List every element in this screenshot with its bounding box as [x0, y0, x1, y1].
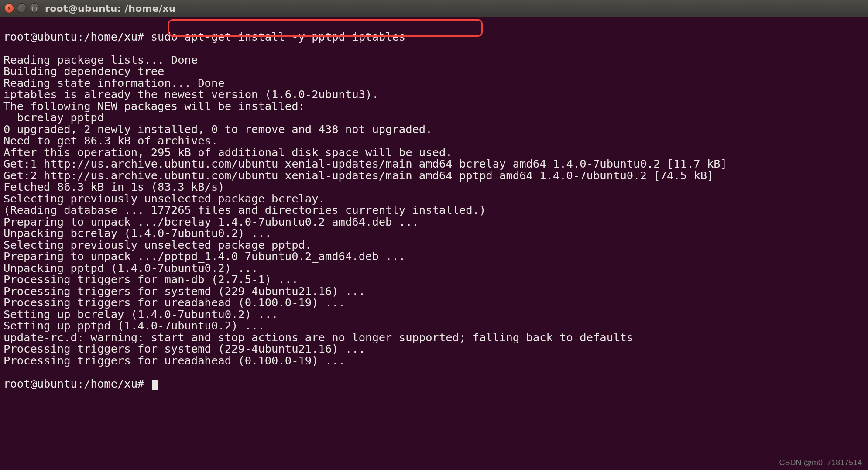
command-text: sudo apt-get install -y pptpd iptables	[151, 30, 405, 43]
terminal-line: (Reading database ... 177265 files and d…	[3, 204, 865, 216]
terminal-body[interactable]: root@ubuntu:/home/xu# sudo apt-get insta…	[0, 17, 868, 470]
terminal-line: The following NEW packages will be insta…	[3, 100, 865, 112]
terminal-line: Processing triggers for systemd (229-4ub…	[3, 285, 865, 297]
terminal-line: iptables is already the newest version (…	[3, 89, 865, 100]
terminal-line: Reading package lists... Done	[3, 54, 865, 66]
maximize-icon[interactable]: ▢	[30, 3, 39, 13]
watermark-text: CSDN @m0_71817514	[779, 458, 862, 467]
terminal-line: After this operation, 295 kB of addition…	[3, 147, 865, 158]
terminal-line: root@ubuntu:/home/xu# sudo apt-get insta…	[3, 31, 865, 43]
titlebar[interactable]: ✕ – ▢ root@ubuntu: /home/xu	[0, 0, 868, 17]
terminal-line: update-rc.d: warning: start and stop act…	[3, 332, 865, 343]
terminal-line: Selecting previously unselected package …	[3, 193, 865, 205]
terminal-line: Get:2 http://us.archive.ubuntu.com/ubunt…	[3, 170, 865, 182]
terminal-line: Setting up bcrelay (1.4.0-7ubuntu0.2) ..…	[3, 309, 865, 320]
terminal-line: Processing triggers for man-db (2.7.5-1)…	[3, 274, 865, 285]
cursor-icon	[152, 380, 158, 390]
terminal-window: ✕ – ▢ root@ubuntu: /home/xu root@ubuntu:…	[0, 0, 868, 470]
terminal-line: Fetched 86.3 kB in 1s (83.3 kB/s)	[3, 181, 865, 193]
terminal-line: Selecting previously unselected package …	[3, 239, 865, 251]
terminal-line: Need to get 86.3 kB of archives.	[3, 135, 865, 147]
terminal-line: bcrelay pptpd	[3, 112, 865, 124]
window-title: root@ubuntu: /home/xu	[45, 3, 176, 14]
close-icon[interactable]: ✕	[4, 3, 14, 13]
minimize-icon[interactable]: –	[17, 3, 27, 13]
terminal-line: Reading state information... Done	[3, 77, 865, 89]
terminal-line: Preparing to unpack .../bcrelay_1.4.0-7u…	[3, 216, 865, 228]
terminal-line: Processing triggers for systemd (229-4ub…	[3, 343, 865, 355]
terminal-output: Reading package lists... DoneBuilding de…	[3, 54, 865, 367]
terminal-line: Setting up pptpd (1.4.0-7ubuntu0.2) ...	[3, 320, 865, 332]
terminal-line: Processing triggers for ureadahead (0.10…	[3, 297, 865, 309]
prompt-text: root@ubuntu:/home/xu#	[3, 30, 144, 43]
terminal-line: Unpacking bcrelay (1.4.0-7ubuntu0.2) ...	[3, 227, 865, 239]
terminal-line: Processing triggers for ureadahead (0.10…	[3, 355, 865, 367]
prompt-text: root@ubuntu:/home/xu#	[3, 377, 144, 390]
terminal-line: root@ubuntu:/home/xu#	[3, 378, 865, 390]
terminal-line: Unpacking pptpd (1.4.0-7ubuntu0.2) ...	[3, 262, 865, 274]
terminal-line: Preparing to unpack .../pptpd_1.4.0-7ubu…	[3, 250, 865, 262]
terminal-line: Get:1 http://us.archive.ubuntu.com/ubunt…	[3, 158, 865, 170]
terminal-line: Building dependency tree	[3, 65, 865, 77]
terminal-line: 0 upgraded, 2 newly installed, 0 to remo…	[3, 124, 865, 135]
